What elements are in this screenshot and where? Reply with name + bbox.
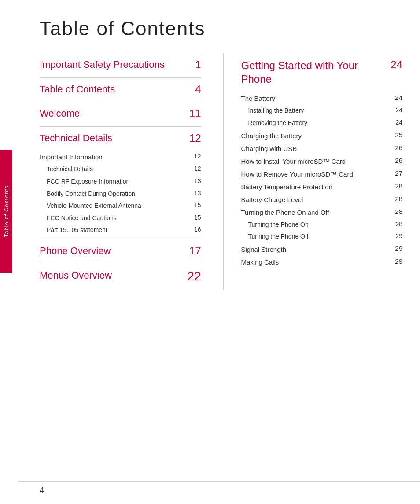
section-title-technical: Technical Details bbox=[40, 132, 188, 145]
section-title-getting-started: Getting Started with Your Phone bbox=[241, 59, 390, 86]
section-title-welcome: Welcome bbox=[40, 107, 188, 120]
toc-item-remove-microsd: How to Remove Your microSD™ Card 27 bbox=[241, 168, 403, 180]
divider-2 bbox=[40, 77, 201, 78]
sidebar-tab-label: Table of Contents bbox=[3, 185, 10, 237]
toc-page-turning-on: 28 bbox=[391, 221, 402, 228]
toc-item-removing-battery: Removing the Battery 24 bbox=[241, 117, 403, 129]
toc-page-part-15: 16 bbox=[190, 226, 201, 233]
section-page-technical: 12 bbox=[188, 132, 201, 144]
toc-label-turning-off: Turning the Phone Off bbox=[241, 232, 392, 241]
toc-item-fcc-rf: FCC RF Exposure Information 13 bbox=[40, 176, 201, 188]
toc-label-install-microsd: How to Install Your microSD™ Card bbox=[241, 157, 392, 166]
toc-label-fcc-notice: FCC Notice and Cautions bbox=[40, 214, 190, 223]
left-column: Important Safety Precautions 1 Table of … bbox=[40, 53, 210, 290]
toc-item-battery-charge-level: Battery Charge Level 28 bbox=[241, 193, 403, 206]
section-page-getting-started: 24 bbox=[389, 59, 402, 71]
divider-6 bbox=[40, 264, 201, 264]
main-content: Table of Contents Important Safety Preca… bbox=[18, 0, 420, 481]
toc-item-vehicle-antenna: Vehicle-Mounted External Antenna 15 bbox=[40, 200, 201, 212]
toc-item-bodily-contact: Bodily Contact During Operation 13 bbox=[40, 188, 201, 200]
columns-layout: Important Safety Precautions 1 Table of … bbox=[40, 53, 402, 290]
section-title-phone-overview: Phone Overview bbox=[40, 245, 188, 258]
toc-page-tech-details: 12 bbox=[190, 165, 201, 172]
toc-label-remove-microsd: How to Remove Your microSD™ Card bbox=[241, 169, 392, 179]
toc-item-turning-off: Turning the Phone Off 29 bbox=[241, 231, 403, 243]
section-page-welcome: 11 bbox=[188, 107, 201, 120]
section-header-important-safety: Important Safety Precautions 1 bbox=[40, 59, 201, 71]
page-title: Table of Contents bbox=[40, 18, 402, 40]
toc-page-turning-on-off: 28 bbox=[391, 208, 402, 215]
section-welcome: Welcome 11 bbox=[40, 107, 201, 120]
section-important-safety: Important Safety Precautions 1 bbox=[40, 59, 201, 71]
section-technical-details: Technical Details 12 Important Informati… bbox=[40, 132, 201, 236]
section-header-getting-started: Getting Started with Your Phone 24 bbox=[241, 59, 403, 86]
toc-item-signal-strength: Signal Strength 29 bbox=[241, 243, 403, 256]
section-title-menus-overview: Menus Overview bbox=[40, 269, 187, 282]
divider-1 bbox=[40, 53, 201, 53]
divider-3 bbox=[40, 102, 201, 102]
toc-page-making-calls: 29 bbox=[391, 258, 402, 265]
section-menus-overview: Menus Overview 22 bbox=[40, 269, 201, 283]
toc-page-charging-usb: 26 bbox=[391, 144, 402, 151]
toc-item-charging-usb: Charging with USB 26 bbox=[241, 142, 403, 155]
toc-label-part-15: Part 15.105 statement bbox=[40, 226, 190, 235]
section-title-important-safety: Important Safety Precautions bbox=[40, 59, 188, 71]
divider-4 bbox=[40, 126, 201, 127]
section-getting-started: Getting Started with Your Phone 24 The B… bbox=[241, 59, 403, 269]
toc-item-important-info: Important Information 12 bbox=[40, 151, 201, 163]
toc-item-the-battery: The Battery 24 bbox=[241, 92, 403, 105]
toc-item-charging-battery: Charging the Battery 25 bbox=[241, 129, 403, 142]
toc-page-battery-temp: 28 bbox=[391, 182, 402, 190]
toc-page-battery-charge-level: 28 bbox=[391, 195, 402, 202]
toc-page-remove-microsd: 27 bbox=[391, 169, 402, 177]
toc-page-turning-off: 29 bbox=[391, 232, 402, 239]
toc-page-vehicle-antenna: 15 bbox=[190, 202, 201, 209]
toc-label-important-info: Important Information bbox=[40, 152, 190, 162]
toc-label-battery-temp: Battery Temperature Protection bbox=[241, 182, 392, 191]
toc-label-battery-charge-level: Battery Charge Level bbox=[241, 195, 392, 204]
toc-page-fcc-rf: 13 bbox=[190, 177, 201, 184]
toc-label-making-calls: Making Calls bbox=[241, 258, 392, 267]
right-column: Getting Started with Your Phone 24 The B… bbox=[237, 53, 403, 290]
toc-label-vehicle-antenna: Vehicle-Mounted External Antenna bbox=[40, 202, 190, 210]
toc-item-tech-details: Technical Details 12 bbox=[40, 163, 201, 176]
toc-label-charging-battery: Charging the Battery bbox=[241, 131, 392, 140]
section-header-phone-overview: Phone Overview 17 bbox=[40, 245, 201, 258]
section-page-menus-overview: 22 bbox=[187, 269, 201, 283]
toc-page-removing-battery: 24 bbox=[391, 119, 402, 126]
page: Table of Contents Table of Contents Impo… bbox=[0, 0, 420, 504]
toc-label-removing-battery: Removing the Battery bbox=[241, 119, 392, 128]
toc-item-fcc-notice: FCC Notice and Cautions 15 bbox=[40, 212, 201, 224]
toc-item-turning-on-off: Turning the Phone On and Off 28 bbox=[241, 206, 403, 219]
section-header-technical: Technical Details 12 bbox=[40, 132, 201, 145]
section-page-phone-overview: 17 bbox=[188, 245, 201, 257]
toc-label-tech-details: Technical Details bbox=[40, 165, 190, 174]
toc-label-fcc-rf: FCC RF Exposure Information bbox=[40, 177, 190, 186]
section-table-of-contents: Table of Contents 4 bbox=[40, 83, 201, 96]
divider-5 bbox=[40, 239, 201, 239]
toc-item-part-15: Part 15.105 statement 16 bbox=[40, 224, 201, 236]
toc-page-install-microsd: 26 bbox=[391, 157, 402, 164]
toc-page-bodily-contact: 13 bbox=[190, 190, 201, 197]
section-title-toc: Table of Contents bbox=[40, 83, 188, 96]
sidebar-tab: Table of Contents bbox=[0, 150, 12, 273]
toc-label-bodily-contact: Bodily Contact During Operation bbox=[40, 190, 190, 199]
toc-item-making-calls: Making Calls 29 bbox=[241, 256, 403, 269]
toc-page-fcc-notice: 15 bbox=[190, 214, 201, 221]
toc-item-battery-temp: Battery Temperature Protection 28 bbox=[241, 180, 403, 193]
toc-page-installing-battery: 24 bbox=[391, 107, 402, 114]
page-footer: 4 bbox=[18, 481, 420, 504]
toc-label-charging-usb: Charging with USB bbox=[241, 144, 392, 153]
toc-page-important-info: 12 bbox=[190, 152, 201, 160]
toc-page-charging-battery: 25 bbox=[391, 131, 402, 139]
section-header-welcome: Welcome 11 bbox=[40, 107, 201, 120]
divider-right-1 bbox=[241, 53, 403, 53]
column-separator bbox=[223, 53, 224, 290]
section-page-toc: 4 bbox=[188, 83, 201, 96]
toc-label-signal-strength: Signal Strength bbox=[241, 245, 392, 254]
section-page-important-safety: 1 bbox=[188, 59, 201, 71]
section-header-toc: Table of Contents 4 bbox=[40, 83, 201, 96]
page-number: 4 bbox=[40, 486, 44, 495]
toc-label-turning-on-off: Turning the Phone On and Off bbox=[241, 208, 392, 217]
section-header-menus-overview: Menus Overview 22 bbox=[40, 269, 201, 283]
